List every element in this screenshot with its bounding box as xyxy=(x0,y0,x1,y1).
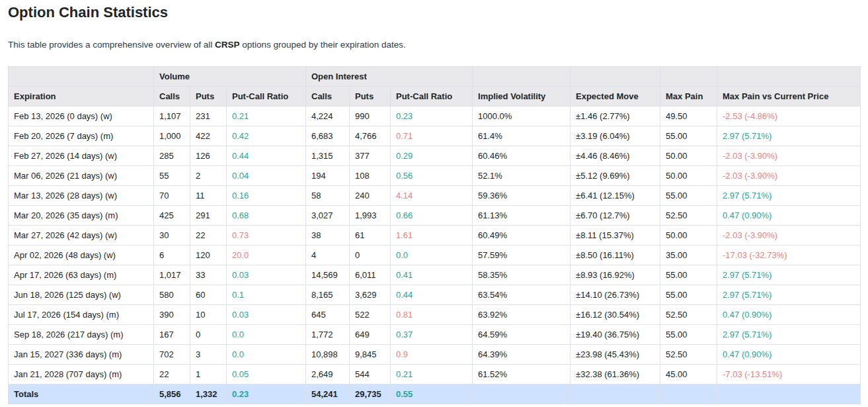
open-interest-puts-cell: 990 xyxy=(350,107,391,126)
volume-calls-cell: 6 xyxy=(154,246,190,265)
table-row: Sep 18, 2026 (217 days) (m)16700.01,7726… xyxy=(9,325,861,345)
volume-put-call-ratio-cell: 0.21 xyxy=(227,107,306,126)
table-row: Apr 17, 2026 (63 days) (m)1,017330.0314,… xyxy=(9,265,861,285)
implied-volatility-cell: 58.35% xyxy=(473,265,571,285)
page-container: Option Chain Statistics This table provi… xyxy=(0,4,868,404)
col-header-oi-put-call-ratio: Put-Call Ratio xyxy=(391,87,473,107)
max-pain-vs-current-price-cell: -2.03 (-3.90%) xyxy=(717,226,861,246)
volume-puts-cell: 11 xyxy=(190,186,227,206)
col-header-volume-put-call-ratio: Put-Call Ratio xyxy=(227,87,306,107)
expected-move-cell: ±23.98 (45.43%) xyxy=(571,345,660,365)
expiration-cell: Sep 18, 2026 (217 days) (m) xyxy=(9,325,154,345)
volume-put-call-ratio-cell: 0.73 xyxy=(227,226,306,246)
table-footer: Totals 5,856 1,332 0.23 54,241 29,735 0.… xyxy=(9,384,861,404)
max-pain-vs-current-price-cell: 2.97 (5.71%) xyxy=(717,126,861,146)
expected-move-cell: ±1.46 (2.77%) xyxy=(571,107,660,126)
volume-puts-cell: 22 xyxy=(190,226,227,246)
expected-move-cell: ±8.11 (15.37%) xyxy=(571,226,660,246)
volume-puts-cell: 0 xyxy=(190,325,227,345)
open-interest-calls-cell: 14,569 xyxy=(306,265,350,285)
table-row: Jan 21, 2028 (707 days) (m)2210.052,6495… xyxy=(9,365,861,384)
max-pain-vs-current-price-cell: 0.47 (0.90%) xyxy=(717,305,861,325)
col-header-expiration: Expiration xyxy=(9,87,154,107)
max-pain-vs-current-price-cell: 0.47 (0.90%) xyxy=(717,345,861,365)
volume-calls-cell: 167 xyxy=(154,325,190,345)
expected-move-cell: ±8.93 (16.92%) xyxy=(571,265,660,285)
table-row: Feb 27, 2026 (14 days) (w)2851260.441,31… xyxy=(9,146,861,166)
volume-calls-cell: 22 xyxy=(154,365,190,384)
volume-puts-cell: 10 xyxy=(190,305,227,325)
open-interest-calls-cell: 4,224 xyxy=(306,107,350,126)
volume-put-call-ratio-cell: 0.16 xyxy=(227,186,306,206)
max-pain-cell: 55.00 xyxy=(660,186,717,206)
implied-volatility-cell: 64.59% xyxy=(473,325,571,345)
max-pain-cell: 50.00 xyxy=(660,146,717,166)
expiration-cell: Apr 17, 2026 (63 days) (m) xyxy=(9,265,154,285)
implied-volatility-cell: 60.46% xyxy=(473,146,571,166)
implied-volatility-cell: 52.1% xyxy=(473,166,571,186)
implied-volatility-cell: 61.4% xyxy=(473,126,571,146)
table-row: Jun 18, 2026 (125 days) (w)580600.18,165… xyxy=(9,285,861,305)
expiration-cell: Apr 02, 2026 (48 days) (w) xyxy=(9,246,154,265)
open-interest-put-call-ratio-cell: 0.41 xyxy=(391,265,473,285)
table-body: Feb 13, 2026 (0 days) (w)1,1072310.214,2… xyxy=(9,107,861,384)
volume-put-call-ratio-cell: 20.0 xyxy=(227,246,306,265)
open-interest-puts-cell: 649 xyxy=(350,325,391,345)
volume-calls-cell: 1,017 xyxy=(154,265,190,285)
table-row: Jan 15, 2027 (336 days) (m)70230.010,898… xyxy=(9,345,861,365)
col-header-oi-calls: Calls xyxy=(306,87,350,107)
header-blank-expiration xyxy=(9,67,154,87)
open-interest-put-call-ratio-cell: 0.21 xyxy=(391,365,473,384)
max-pain-vs-current-price-cell: 2.97 (5.71%) xyxy=(717,285,861,305)
open-interest-put-call-ratio-cell: 0.37 xyxy=(391,325,473,345)
max-pain-cell: 50.00 xyxy=(660,166,717,186)
table-row: Feb 13, 2026 (0 days) (w)1,1072310.214,2… xyxy=(9,107,861,126)
open-interest-calls-cell: 58 xyxy=(306,186,350,206)
open-interest-calls-cell: 1,315 xyxy=(306,146,350,166)
max-pain-vs-current-price-cell: 0.47 (0.90%) xyxy=(717,206,861,226)
volume-put-call-ratio-cell: 0.1 xyxy=(227,285,306,305)
max-pain-vs-current-price-cell: 2.97 (5.71%) xyxy=(717,186,861,206)
implied-volatility-cell: 61.52% xyxy=(473,365,571,384)
option-chain-table: Volume Open Interest Expiration Calls Pu… xyxy=(8,66,861,404)
header-group-volume: Volume xyxy=(154,67,306,87)
volume-puts-cell: 291 xyxy=(190,206,227,226)
volume-puts-cell: 33 xyxy=(190,265,227,285)
expected-move-cell: ±3.19 (6.04%) xyxy=(571,126,660,146)
max-pain-cell: 49.50 xyxy=(660,107,717,126)
expiration-cell: Mar 13, 2026 (28 days) (w) xyxy=(9,186,154,206)
open-interest-calls-cell: 3,027 xyxy=(306,206,350,226)
volume-calls-cell: 702 xyxy=(154,345,190,365)
open-interest-puts-cell: 544 xyxy=(350,365,391,384)
expected-move-cell: ±32.38 (61.36%) xyxy=(571,365,660,384)
volume-puts-cell: 231 xyxy=(190,107,227,126)
expected-move-cell: ±5.12 (9.69%) xyxy=(571,166,660,186)
open-interest-puts-cell: 6,011 xyxy=(350,265,391,285)
expiration-cell: Feb 20, 2026 (7 days) (m) xyxy=(9,126,154,146)
expected-move-cell: ±6.70 (12.7%) xyxy=(571,206,660,226)
totals-max-pain-vs-empty xyxy=(717,384,861,404)
volume-calls-cell: 1,107 xyxy=(154,107,190,126)
implied-volatility-cell: 1000.0% xyxy=(473,107,571,126)
open-interest-put-call-ratio-cell: 0.0 xyxy=(391,246,473,265)
table-row: Feb 20, 2026 (7 days) (m)1,0004220.426,6… xyxy=(9,126,861,146)
open-interest-calls-cell: 1,772 xyxy=(306,325,350,345)
expiration-cell: Mar 27, 2026 (42 days) (w) xyxy=(9,226,154,246)
volume-put-call-ratio-cell: 0.05 xyxy=(227,365,306,384)
header-blank-implied-volatility xyxy=(473,67,571,87)
col-header-expected-move: Expected Move xyxy=(571,87,660,107)
ticker-symbol: CRSP xyxy=(215,40,240,50)
volume-puts-cell: 3 xyxy=(190,345,227,365)
open-interest-calls-cell: 8,165 xyxy=(306,285,350,305)
open-interest-calls-cell: 645 xyxy=(306,305,350,325)
expiration-cell: Mar 20, 2026 (35 days) (m) xyxy=(9,206,154,226)
totals-row: Totals 5,856 1,332 0.23 54,241 29,735 0.… xyxy=(9,384,861,404)
max-pain-cell: 55.00 xyxy=(660,126,717,146)
max-pain-cell: 55.00 xyxy=(660,325,717,345)
col-header-oi-puts: Puts xyxy=(350,87,391,107)
page-title: Option Chain Statistics xyxy=(8,4,860,21)
open-interest-puts-cell: 0 xyxy=(350,246,391,265)
max-pain-cell: 45.00 xyxy=(660,365,717,384)
expiration-cell: Jan 15, 2027 (336 days) (m) xyxy=(9,345,154,365)
header-group-open-interest: Open Interest xyxy=(306,67,473,87)
